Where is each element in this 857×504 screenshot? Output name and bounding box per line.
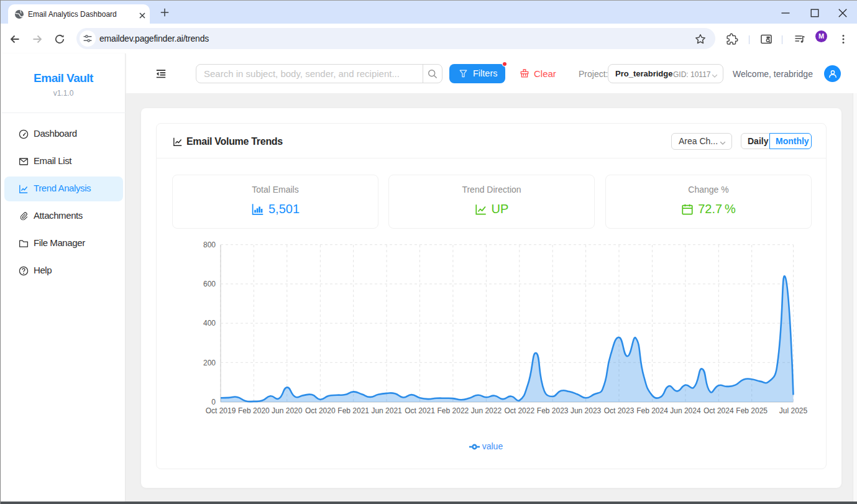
svg-text:Feb 2021: Feb 2021: [337, 406, 369, 415]
svg-text:Feb 2025: Feb 2025: [736, 406, 768, 415]
svg-text:Feb 2020: Feb 2020: [238, 406, 270, 415]
svg-text:Oct 2019: Oct 2019: [206, 406, 236, 415]
svg-text:Feb 2023: Feb 2023: [537, 406, 569, 415]
svg-text:Feb 2022: Feb 2022: [438, 406, 469, 415]
svg-text:400: 400: [203, 319, 216, 328]
svg-text:200: 200: [203, 359, 216, 367]
svg-text:Jun 2020: Jun 2020: [272, 406, 303, 415]
svg-text:Oct 2022: Oct 2022: [504, 406, 534, 415]
svg-text:800: 800: [203, 241, 216, 249]
svg-text:Jun 2023: Jun 2023: [571, 406, 602, 415]
svg-text:Oct 2024: Oct 2024: [703, 406, 734, 415]
svg-text:0: 0: [211, 398, 216, 406]
svg-text:Oct 2023: Oct 2023: [604, 406, 635, 415]
svg-text:Jun 2022: Jun 2022: [471, 406, 502, 415]
svg-text:Jun 2024: Jun 2024: [670, 406, 701, 415]
svg-text:Feb 2024: Feb 2024: [636, 406, 668, 415]
svg-text:600: 600: [203, 280, 216, 288]
svg-text:Oct 2021: Oct 2021: [405, 406, 435, 415]
svg-text:Jul 2025: Jul 2025: [779, 406, 808, 415]
svg-text:Oct 2020: Oct 2020: [305, 406, 336, 415]
svg-text:Jun 2021: Jun 2021: [371, 406, 402, 415]
